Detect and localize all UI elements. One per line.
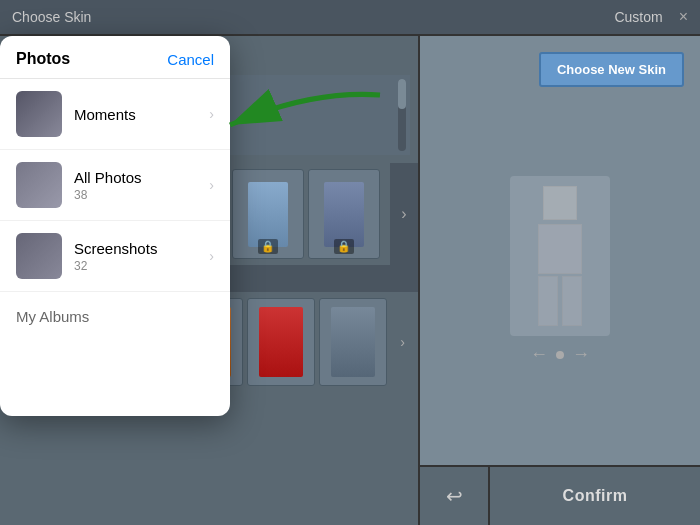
steve-head (543, 186, 577, 220)
bottom-buttons: ↩ Confirm (420, 465, 700, 525)
custom-label: Custom (614, 9, 662, 25)
photos-item-moments[interactable]: Moments › (0, 79, 230, 150)
moments-info: Moments (74, 106, 197, 123)
lock-icon: 🔒 (258, 239, 278, 254)
my-albums-label: My Albums (0, 292, 230, 333)
steve-body (538, 224, 582, 274)
confirm-button[interactable]: Confirm (490, 467, 700, 525)
right-arrow-icon2: › (400, 334, 405, 350)
right-nav-arrow[interactable]: › (390, 163, 418, 265)
steve-leg-right (562, 276, 582, 326)
photos-panel-header: Photos Cancel (0, 36, 230, 79)
screenshots-thumb (16, 233, 62, 279)
screenshots-info: Screenshots 32 (74, 240, 197, 273)
rotate-controls: ← → (530, 344, 590, 365)
right-panel: Choose New Skin ← → ↩ (420, 36, 700, 525)
photos-title: Photos (16, 50, 70, 68)
top-bar: Choose Skin Custom × (0, 0, 700, 36)
moments-thumb (16, 91, 62, 137)
lock-icon: 🔒 (334, 239, 354, 254)
photos-list: Moments › All Photos 38 › (0, 79, 230, 292)
all-photos-thumb (16, 162, 62, 208)
photos-panel: Photos Cancel Moments › All Photos (0, 36, 230, 416)
photos-item-all-photos[interactable]: All Photos 38 › (0, 150, 230, 221)
skin-preview (510, 176, 610, 336)
rotate-dot (556, 351, 564, 359)
top-bar-right: Custom × (614, 8, 688, 26)
skin-item[interactable]: 🔒 (232, 169, 304, 259)
all-photos-label: All Photos (74, 169, 197, 186)
villain-skin-4[interactable] (247, 298, 315, 386)
close-button[interactable]: × (679, 8, 688, 26)
right-arrow-icon: › (401, 205, 406, 223)
moments-label: Moments (74, 106, 197, 123)
choose-new-skin-button[interactable]: Choose New Skin (539, 52, 684, 87)
rotate-right-icon[interactable]: → (572, 344, 590, 365)
steve-leg-left (538, 276, 558, 326)
villains-right-arrow[interactable]: › (391, 298, 414, 386)
moments-chevron: › (209, 106, 214, 122)
back-button[interactable]: ↩ (420, 467, 490, 525)
villain-skin-5[interactable] (319, 298, 387, 386)
all-photos-chevron: › (209, 177, 214, 193)
screenshots-label: Screenshots (74, 240, 197, 257)
skin-item[interactable]: 🔒 (308, 169, 380, 259)
screenshots-chevron: › (209, 248, 214, 264)
page-title: Choose Skin (12, 9, 91, 25)
main-container: Choose Skin Custom × Recent (0, 0, 700, 525)
all-photos-info: All Photos 38 (74, 169, 197, 202)
all-photos-count: 38 (74, 188, 197, 202)
rotate-left-icon[interactable]: ← (530, 344, 548, 365)
photos-item-screenshots[interactable]: Screenshots 32 › (0, 221, 230, 292)
back-arrow-icon: ↩ (446, 484, 463, 508)
cancel-button[interactable]: Cancel (167, 51, 214, 68)
screenshots-count: 32 (74, 259, 197, 273)
preview-area: Choose New Skin ← → (420, 36, 700, 465)
